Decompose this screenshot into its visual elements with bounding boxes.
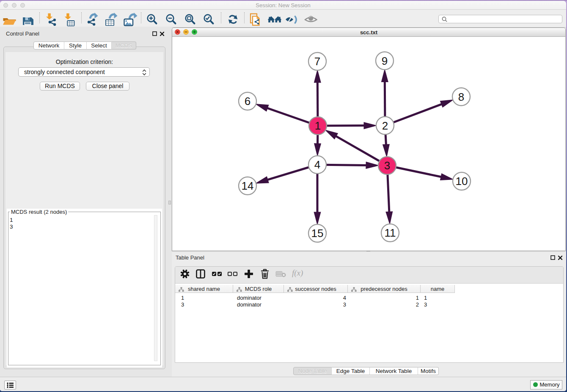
svg-text:1: 1 <box>315 119 321 132</box>
svg-text:8: 8 <box>458 91 464 103</box>
svg-text:14: 14 <box>242 179 254 192</box>
svg-text:7: 7 <box>314 55 320 68</box>
svg-text:3: 3 <box>384 159 390 172</box>
svg-text:6: 6 <box>245 95 250 108</box>
svg-text:10: 10 <box>456 175 468 188</box>
svg-text:9: 9 <box>382 55 388 67</box>
svg-text:4: 4 <box>314 158 320 171</box>
svg-text:2: 2 <box>382 119 388 132</box>
svg-text:15: 15 <box>311 227 324 240</box>
svg-text:11: 11 <box>385 226 396 239</box>
